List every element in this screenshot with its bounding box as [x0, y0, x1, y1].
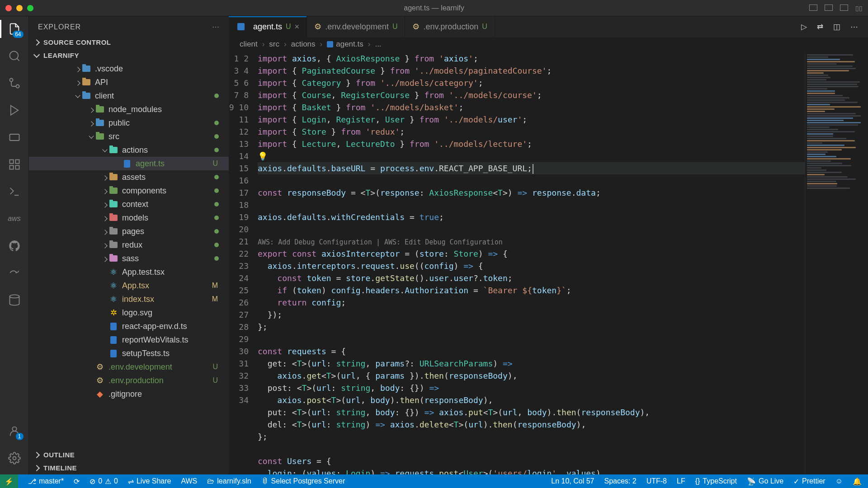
section-outline[interactable]: OUTLINE — [29, 448, 229, 461]
breadcrumb[interactable]: client› src› actions› agent.ts› ... — [229, 37, 868, 52]
section-source-control[interactable]: SOURCE CONTROL — [29, 36, 229, 49]
chevron-right-icon — [33, 465, 40, 471]
chevron-down-icon — [33, 51, 40, 57]
tree-folder-sass[interactable]: sass — [29, 252, 229, 265]
layout-panel-bottom-icon[interactable] — [825, 5, 833, 11]
activity-source-control[interactable] — [7, 76, 22, 90]
sidebar-more-icon[interactable]: ⋯ — [212, 23, 220, 31]
activity-accounts[interactable]: 1 — [7, 424, 22, 438]
tree-folder-vscode[interactable]: .vscode — [29, 62, 229, 75]
status-solution[interactable]: 🗁learnify.sln — [207, 477, 251, 485]
chevron-right-icon — [33, 451, 40, 458]
status-problems[interactable]: ⊘0⚠0 — [90, 477, 118, 486]
svg-point-0 — [9, 52, 18, 60]
status-sync[interactable]: ⟳ — [74, 477, 80, 486]
activity-remote[interactable] — [7, 130, 22, 145]
activity-search[interactable] — [7, 49, 22, 63]
status-encoding[interactable]: UTF-8 — [646, 477, 667, 486]
activity-extensions[interactable] — [7, 157, 22, 172]
status-language[interactable]: {}TypeScript — [695, 477, 737, 486]
window-title: agent.ts — learnify — [404, 4, 464, 12]
git-modified-dot-icon — [214, 121, 219, 125]
status-liveshare[interactable]: ⇌Live Share — [128, 477, 171, 486]
tree-folder-redux[interactable]: redux — [29, 238, 229, 252]
more-actions-icon[interactable]: ⋯ — [850, 22, 858, 32]
git-modified-dot-icon — [214, 229, 219, 234]
status-remote[interactable]: ⚡ — [0, 474, 18, 488]
tree-folder-pages[interactable]: pages — [29, 225, 229, 238]
editor-area: agent.ts U × ⚙ .env.development U ⚙ .env… — [229, 16, 868, 474]
tree-file-envdev[interactable]: ⚙.env.developmentU — [29, 360, 229, 374]
status-cursor-pos[interactable]: Ln 10, Col 57 — [551, 477, 594, 486]
tree-file-reactenv[interactable]: react-app-env.d.ts — [29, 319, 229, 333]
run-icon[interactable]: ▷ — [801, 22, 807, 32]
tree-file-logo[interactable]: ✲logo.svg — [29, 306, 229, 319]
layout-panel-right-icon[interactable] — [840, 5, 848, 11]
tree-folder-components[interactable]: components — [29, 184, 229, 197]
tree-file-agent[interactable]: agent.tsU — [29, 157, 229, 170]
tree-file-indextsx[interactable]: ⚛index.tsxM — [29, 292, 229, 306]
section-timeline[interactable]: TIMELINE — [29, 461, 229, 474]
tree-folder-src[interactable]: src — [29, 130, 229, 143]
window-controls — [5, 5, 33, 11]
tree-folder-context[interactable]: context — [29, 197, 229, 211]
svg-point-13 — [12, 427, 16, 431]
tab-agent[interactable]: agent.ts U × — [229, 16, 307, 37]
tree-file-setuptests[interactable]: setupTests.ts — [29, 347, 229, 360]
tree-file-webvitals[interactable]: reportWebVitals.ts — [29, 333, 229, 347]
tree-folder-models[interactable]: models — [29, 211, 229, 225]
svg-marker-4 — [10, 106, 18, 115]
layout-panel-left-icon[interactable] — [809, 5, 817, 11]
close-tab-icon[interactable]: × — [295, 22, 300, 32]
compare-icon[interactable]: ⇄ — [817, 22, 823, 32]
svg-point-12 — [9, 295, 19, 298]
split-editor-icon[interactable]: ◫ — [833, 22, 840, 32]
status-spaces[interactable]: Spaces: 2 — [604, 477, 637, 486]
close-window-icon[interactable] — [5, 5, 12, 11]
activity-debug[interactable] — [7, 103, 22, 117]
tree-folder-assets[interactable]: assets — [29, 170, 229, 184]
maximize-window-icon[interactable] — [27, 5, 33, 11]
layout-customize-icon[interactable]: ▯▯ — [855, 5, 863, 12]
activity-aws[interactable]: aws — [7, 211, 22, 226]
svg-point-2 — [9, 79, 13, 82]
activity-database[interactable] — [7, 293, 22, 307]
tree-folder-api[interactable]: API — [29, 75, 229, 89]
activity-liveshare[interactable] — [7, 266, 22, 280]
line-gutter: 1 2 3 4 5 6 7 8 9 10 11 12 13 14 15 16 1… — [229, 52, 258, 474]
tree-file-gitignore[interactable]: ◆.gitignore — [29, 387, 229, 401]
code-editor[interactable]: import axios, { AxiosResponse } from 'ax… — [258, 52, 805, 474]
tree-folder-actions[interactable]: actions — [29, 143, 229, 157]
minimize-window-icon[interactable] — [16, 5, 23, 11]
explorer-badge: 64 — [13, 31, 23, 38]
minimap[interactable] — [805, 52, 868, 474]
tab-envprod[interactable]: ⚙ .env.production U — [405, 16, 495, 37]
status-feedback[interactable]: ☺ — [835, 477, 843, 486]
status-aws[interactable]: AWS — [181, 477, 197, 485]
status-postgres[interactable]: 🛢Select Postgres Server — [261, 477, 345, 485]
editor-tabs: agent.ts U × ⚙ .env.development U ⚙ .env… — [229, 16, 868, 37]
activity-explorer[interactable]: 64 — [7, 22, 22, 36]
tree-file-apptest[interactable]: ⚛App.test.tsx — [29, 265, 229, 279]
activity-github[interactable] — [7, 239, 22, 253]
tree-file-apptsx[interactable]: ⚛App.tsxM — [29, 279, 229, 292]
git-status-modified: M — [212, 295, 218, 303]
section-project[interactable]: LEARNIFY — [29, 49, 229, 62]
tree-folder-client[interactable]: client — [29, 89, 229, 103]
status-prettier[interactable]: ✓Prettier — [793, 477, 826, 486]
git-modified-dot-icon — [214, 216, 219, 220]
activity-testing[interactable] — [7, 184, 22, 199]
status-eol[interactable]: LF — [677, 477, 685, 486]
activity-settings[interactable] — [7, 451, 22, 465]
git-modified-dot-icon — [214, 134, 219, 139]
tab-envdev[interactable]: ⚙ .env.development U — [307, 16, 405, 37]
tree-folder-public[interactable]: public — [29, 116, 229, 130]
status-branch[interactable]: ⎇master* — [28, 477, 64, 486]
tree-folder-node-modules[interactable]: node_modules — [29, 103, 229, 116]
status-golive[interactable]: 📡Go Live — [747, 477, 783, 486]
status-bell[interactable]: 🔔 — [853, 477, 862, 486]
sidebar-title: EXPLORER — [38, 23, 81, 31]
activity-bar: 64 aws 1 — [0, 16, 29, 474]
svg-rect-8 — [15, 160, 19, 164]
tree-file-envprod[interactable]: ⚙.env.productionU — [29, 374, 229, 387]
